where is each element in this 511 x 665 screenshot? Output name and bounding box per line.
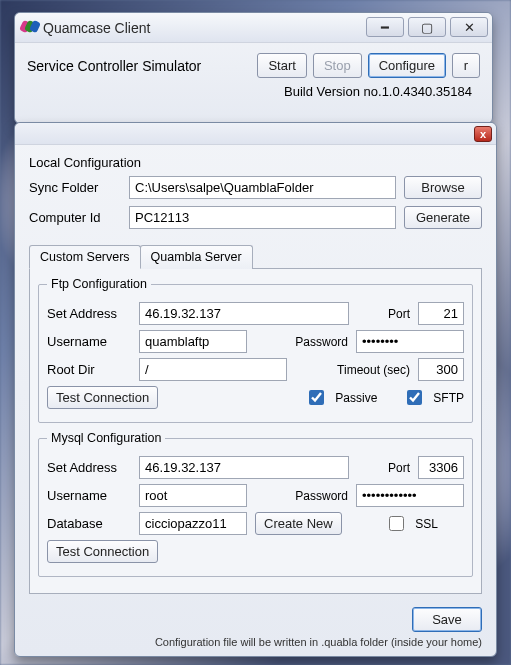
mysql-address-input[interactable]: [139, 456, 349, 479]
ftp-test-connection-button[interactable]: Test Connection: [47, 386, 158, 409]
configuration-window: x Local Configuration Sync Folder Browse…: [14, 122, 497, 657]
mysql-port-label: Port: [388, 461, 410, 475]
ftp-legend: Ftp Configuration: [47, 277, 151, 291]
mysql-address-label: Set Address: [47, 460, 131, 475]
ftp-timeout-label: Timeout (sec): [337, 363, 410, 377]
mysql-create-new-button[interactable]: Create New: [255, 512, 342, 535]
mysql-database-label: Database: [47, 516, 131, 531]
sync-folder-label: Sync Folder: [29, 180, 121, 195]
computer-id-input[interactable]: [129, 206, 396, 229]
mysql-ssl-label: SSL: [415, 517, 438, 531]
mysql-fieldset: Mysql Configuration Set Address Port Use…: [38, 431, 473, 577]
ftp-sftp-checkbox[interactable]: [407, 390, 422, 405]
config-titlebar[interactable]: x: [15, 123, 496, 145]
mysql-password-input[interactable]: [356, 484, 464, 507]
mysql-ssl-checkbox[interactable]: [389, 516, 404, 531]
ftp-password-input[interactable]: [356, 330, 464, 353]
window-title: Quamcase Client: [43, 20, 150, 36]
generate-button[interactable]: Generate: [404, 206, 482, 229]
ftp-address-label: Set Address: [47, 306, 131, 321]
app-icon: [21, 20, 37, 36]
ftp-address-input[interactable]: [139, 302, 349, 325]
tab-quambla-server[interactable]: Quambla Server: [140, 245, 253, 269]
ftp-fieldset: Ftp Configuration Set Address Port Usern…: [38, 277, 473, 423]
local-config-heading: Local Configuration: [29, 155, 482, 170]
tab-custom-servers[interactable]: Custom Servers: [29, 245, 141, 269]
mysql-legend: Mysql Configuration: [47, 431, 165, 445]
sync-folder-input[interactable]: [129, 176, 396, 199]
mysql-database-input[interactable]: [139, 512, 247, 535]
minimize-button[interactable]: ━: [366, 17, 404, 37]
start-button[interactable]: Start: [257, 53, 306, 78]
ftp-port-label: Port: [388, 307, 410, 321]
stop-button: Stop: [313, 53, 362, 78]
ftp-port-input[interactable]: [418, 302, 464, 325]
close-icon[interactable]: x: [474, 126, 492, 142]
ftp-rootdir-input[interactable]: [139, 358, 287, 381]
ftp-passive-checkbox[interactable]: [309, 390, 324, 405]
scs-label: Service Controller Simulator: [27, 58, 251, 74]
browse-button[interactable]: Browse: [404, 176, 482, 199]
service-controller-window: Quamcase Client ━ ▢ ✕ Service Controller…: [14, 12, 493, 124]
mysql-username-label: Username: [47, 488, 131, 503]
ftp-passive-label: Passive: [335, 391, 377, 405]
mysql-username-input[interactable]: [139, 484, 247, 507]
titlebar[interactable]: Quamcase Client ━ ▢ ✕: [15, 13, 492, 43]
ftp-username-label: Username: [47, 334, 131, 349]
build-version: Build Version no.1.0.4340.35184: [27, 84, 480, 99]
configure-button[interactable]: Configure: [368, 53, 446, 78]
computer-id-label: Computer Id: [29, 210, 121, 225]
ftp-timeout-input[interactable]: [418, 358, 464, 381]
r-button[interactable]: r: [452, 53, 480, 78]
maximize-button[interactable]: ▢: [408, 17, 446, 37]
ftp-rootdir-label: Root Dir: [47, 362, 131, 377]
mysql-port-input[interactable]: [418, 456, 464, 479]
ftp-sftp-label: SFTP: [433, 391, 464, 405]
save-button[interactable]: Save: [412, 607, 482, 632]
tab-panel-custom: Ftp Configuration Set Address Port Usern…: [29, 268, 482, 594]
ftp-username-input[interactable]: [139, 330, 247, 353]
mysql-password-label: Password: [295, 489, 348, 503]
close-button[interactable]: ✕: [450, 17, 488, 37]
mysql-test-connection-button[interactable]: Test Connection: [47, 540, 158, 563]
config-hint: Configuration file will be written in .q…: [155, 636, 482, 648]
ftp-password-label: Password: [295, 335, 348, 349]
